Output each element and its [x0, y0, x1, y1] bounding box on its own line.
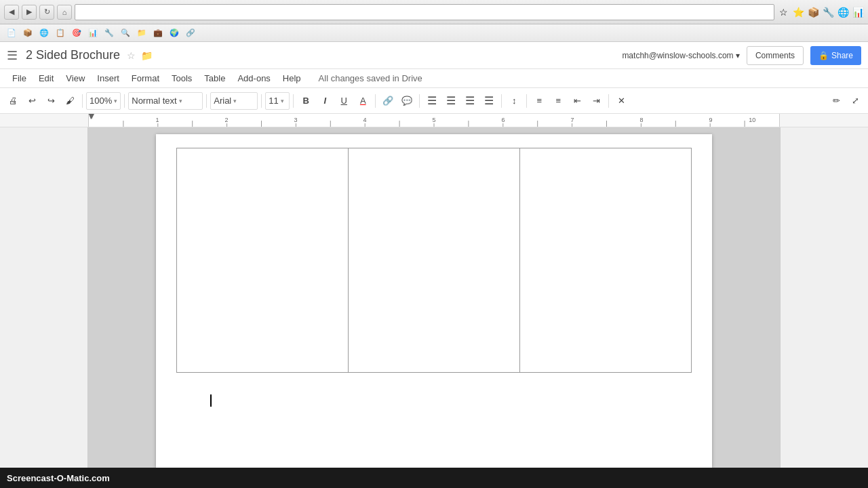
insert-link-button[interactable]: 🔗	[379, 92, 397, 110]
bookmark-11[interactable]: 🌍	[167, 26, 182, 40]
bottom-bar: Screencast-O-Matic.com	[0, 468, 868, 488]
bullet-list-button[interactable]: ≡	[549, 92, 567, 110]
paint-format-button[interactable]: 🖌	[61, 92, 79, 110]
user-email[interactable]: matchh@winslow-schools.com ▾	[622, 51, 740, 60]
print-button[interactable]: 🖨	[4, 92, 22, 110]
document-scroll-area[interactable]	[88, 127, 780, 468]
separator-2	[124, 94, 125, 108]
font-size-value: 11	[269, 96, 278, 106]
bookmark-8[interactable]: 🔍	[118, 26, 133, 40]
header-actions: matchh@winslow-schools.com ▾ Comments 🔒 …	[622, 46, 861, 65]
numbered-list-button[interactable]: ≡	[530, 92, 548, 110]
bookmark-2[interactable]: 📦	[20, 26, 35, 40]
screencast-label: Screencast-O-Matic.com	[7, 473, 110, 483]
decrease-indent-button[interactable]: ⇤	[568, 92, 586, 110]
align-center-button[interactable]: ☰	[442, 92, 460, 110]
increase-indent-button[interactable]: ⇥	[587, 92, 605, 110]
share-lock-icon: 🔒	[818, 51, 829, 60]
ruler: 1 2 3 4 5 6 7 8 9 10	[0, 114, 868, 127]
insert-comment-button[interactable]: 💬	[398, 92, 416, 110]
menu-bar: File Edit View Insert Format Tools Table…	[0, 69, 868, 88]
drive-folder-icon[interactable]: 📁	[141, 50, 153, 61]
address-bar[interactable]: https://docs.google.com/a/winslow-school…	[75, 4, 774, 20]
extension-icon-1[interactable]: ⭐	[792, 6, 804, 18]
menu-addons[interactable]: Add-ons	[232, 71, 275, 85]
font-dropdown[interactable]: Arial ▾	[210, 92, 258, 110]
extension-icon-5[interactable]: 📊	[852, 6, 864, 18]
table-cell-3[interactable]	[520, 148, 691, 372]
clear-format-button[interactable]: ✕	[612, 92, 630, 110]
separator-6	[375, 94, 376, 108]
text-color-button[interactable]: A	[354, 92, 372, 110]
zoom-value: 100%	[90, 96, 112, 106]
bold-button[interactable]: B	[297, 92, 315, 110]
separator-5	[293, 94, 294, 108]
table-cell-1[interactable]	[177, 148, 349, 372]
share-label: Share	[831, 51, 853, 60]
text-cursor-area	[210, 394, 212, 407]
document-table	[176, 148, 692, 373]
size-arrow-icon: ▾	[281, 98, 284, 104]
italic-button[interactable]: I	[316, 92, 334, 110]
bookmark-7[interactable]: 🔧	[102, 26, 117, 40]
formatting-toolbar: 🖨 ↩ ↪ 🖌 100% ▾ Normal text ▾ Arial ▾ 11 …	[0, 88, 868, 114]
style-arrow-icon: ▾	[179, 98, 182, 104]
font-size-dropdown[interactable]: 11 ▾	[265, 92, 290, 110]
align-left-button[interactable]: ☰	[423, 92, 441, 110]
align-right-button[interactable]: ☰	[461, 92, 479, 110]
align-justify-button[interactable]: ☰	[480, 92, 498, 110]
bookmark-6[interactable]: 📊	[85, 26, 100, 40]
bookmarks-bar: 📄 📦 🌐 📋 🎯 📊 🔧 🔍 📁 💼 🌍 🔗	[0, 24, 868, 42]
left-panel	[0, 127, 88, 468]
refresh-button[interactable]: ↻	[39, 5, 54, 20]
text-cursor	[210, 394, 212, 407]
menu-view[interactable]: View	[60, 71, 90, 85]
bookmark-1[interactable]: 📄	[4, 26, 19, 40]
font-value: Arial	[214, 96, 231, 106]
zoom-arrow-icon: ▾	[114, 98, 117, 104]
comments-button[interactable]: Comments	[747, 46, 804, 65]
bookmark-9[interactable]: 📁	[134, 26, 149, 40]
extension-icon-4[interactable]: 🌐	[837, 6, 849, 18]
pencil-mode-button[interactable]: ✏	[827, 92, 845, 110]
line-spacing-button[interactable]: ↕	[505, 92, 523, 110]
separator-8	[501, 94, 502, 108]
bookmark-star-icon[interactable]: ☆	[777, 6, 789, 18]
share-button[interactable]: 🔒 Share	[810, 46, 861, 65]
separator-3	[206, 94, 207, 108]
menu-tools[interactable]: Tools	[166, 71, 197, 85]
document-page	[156, 134, 712, 468]
paragraph-style-dropdown[interactable]: Normal text ▾	[128, 92, 203, 110]
bookmark-4[interactable]: 📋	[53, 26, 68, 40]
expand-toolbar-button[interactable]: ⤢	[846, 92, 864, 110]
app-header: ☰ 2 Sided Brochure ☆ 📁 matchh@winslow-sc…	[0, 42, 868, 69]
home-button[interactable]: ⌂	[57, 5, 72, 20]
redo-button[interactable]: ↪	[42, 92, 60, 110]
table-cell-2[interactable]	[349, 148, 520, 372]
bookmark-10[interactable]: 💼	[151, 26, 165, 40]
undo-button[interactable]: ↩	[23, 92, 41, 110]
bookmark-12[interactable]: 🔗	[183, 26, 198, 40]
menu-format[interactable]: Format	[126, 71, 165, 85]
favorite-star-icon[interactable]: ☆	[127, 50, 136, 61]
text-color-label: A	[360, 96, 366, 106]
menu-insert[interactable]: Insert	[92, 71, 125, 85]
separator-10	[608, 94, 609, 108]
menu-help[interactable]: Help	[277, 71, 307, 85]
url-input[interactable]: https://docs.google.com/a/winslow-school…	[79, 7, 770, 17]
back-button[interactable]: ◀	[4, 5, 19, 20]
hamburger-menu-icon[interactable]: ☰	[7, 48, 18, 63]
zoom-dropdown[interactable]: 100% ▾	[86, 92, 121, 110]
menu-table[interactable]: Table	[199, 71, 231, 85]
menu-edit[interactable]: Edit	[33, 71, 59, 85]
extension-icon-2[interactable]: 📦	[807, 6, 819, 18]
bookmark-5[interactable]: 🎯	[69, 26, 84, 40]
separator-9	[526, 94, 527, 108]
menu-file[interactable]: File	[7, 71, 32, 85]
font-arrow-icon: ▾	[233, 98, 237, 104]
bookmark-3[interactable]: 🌐	[37, 26, 52, 40]
extension-icon-3[interactable]: 🔧	[822, 6, 834, 18]
forward-button[interactable]: ▶	[22, 5, 37, 20]
browser-toolbar: ◀ ▶ ↻ ⌂ https://docs.google.com/a/winslo…	[0, 0, 868, 24]
underline-button[interactable]: U	[335, 92, 353, 110]
